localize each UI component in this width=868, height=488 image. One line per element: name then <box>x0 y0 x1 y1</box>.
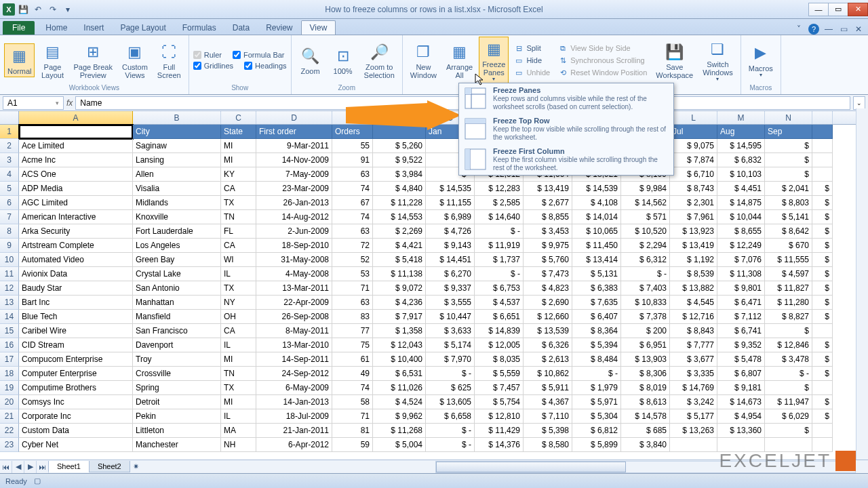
data-cell[interactable]: $ 13,903 <box>621 352 670 367</box>
hide-button[interactable]: ▭Hide <box>514 54 550 66</box>
data-cell[interactable]: $ - <box>475 224 524 239</box>
data-cell[interactable]: $ - <box>426 438 475 452</box>
col-header-E[interactable]: E <box>332 111 373 124</box>
data-cell[interactable]: 72 <box>332 239 373 253</box>
data-cell[interactable]: $ 11,155 <box>426 196 475 210</box>
row-header[interactable]: 21 <box>0 409 19 424</box>
header-cell[interactable]: Name <box>19 125 133 139</box>
data-cell[interactable]: $ 10,103 <box>717 167 765 182</box>
data-cell[interactable]: $ 6,658 <box>426 409 475 424</box>
data-cell[interactable]: 14-Sep-2011 <box>256 352 332 367</box>
data-cell[interactable]: $ 14,535 <box>426 182 475 196</box>
col-header-L[interactable]: L <box>670 111 717 124</box>
data-cell[interactable]: $ 4,597 <box>765 267 812 281</box>
data-cell[interactable]: $ 14,562 <box>621 196 670 210</box>
data-cell[interactable]: $ 5,177 <box>670 409 717 424</box>
formula-expand-icon[interactable]: ⌄ <box>853 96 865 110</box>
data-cell[interactable]: $ 12,005 <box>475 338 524 352</box>
data-cell[interactable]: $ 14,640 <box>475 210 524 224</box>
data-cell[interactable]: $ 9,143 <box>426 239 475 253</box>
data-cell[interactable]: 55 <box>332 139 373 153</box>
data-cell[interactable]: $ 13,882 <box>670 281 717 296</box>
data-cell[interactable]: KY <box>221 167 256 182</box>
data-cell[interactable]: $ 8,843 <box>670 324 717 338</box>
data-cell[interactable] <box>812 381 833 395</box>
header-cell[interactable] <box>373 125 426 139</box>
data-cell[interactable]: $ 3,677 <box>670 352 717 367</box>
data-cell[interactable]: $ 3,984 <box>373 167 426 182</box>
data-cell[interactable]: $ <box>812 210 833 224</box>
data-cell[interactable]: $ 11,450 <box>572 239 621 253</box>
save-icon[interactable]: 💾 <box>16 3 30 16</box>
data-cell[interactable] <box>812 167 833 182</box>
data-cell[interactable]: $ 3,633 <box>426 324 475 338</box>
data-cell[interactable]: Blue Tech <box>19 310 133 324</box>
data-cell[interactable]: $ 3,478 <box>765 352 812 367</box>
save-workspace-button[interactable]: 💾Save Workspace <box>652 39 696 81</box>
data-cell[interactable]: $ 2,677 <box>524 196 572 210</box>
data-cell[interactable]: Los Angeles <box>133 239 221 253</box>
row-header[interactable]: 14 <box>0 310 19 324</box>
data-cell[interactable]: IL <box>221 409 256 424</box>
tab-view[interactable]: View <box>301 20 336 35</box>
header-cell[interactable]: First order <box>256 125 332 139</box>
tab-formulas[interactable]: Formulas <box>174 21 224 35</box>
row-header[interactable]: 15 <box>0 324 19 338</box>
minimize-ribbon-icon[interactable]: ˅ <box>793 24 804 35</box>
close-button[interactable]: ✕ <box>848 3 868 16</box>
row-header[interactable]: 11 <box>0 267 19 281</box>
data-cell[interactable]: $ 10,065 <box>572 224 621 239</box>
new-sheet-button[interactable]: ✷ <box>130 461 142 473</box>
data-cell[interactable]: $ 14,673 <box>717 395 765 409</box>
data-cell[interactable]: $ <box>812 224 833 239</box>
row-header[interactable]: 5 <box>0 182 19 196</box>
row-header[interactable]: 10 <box>0 253 19 267</box>
data-cell[interactable]: MI <box>221 153 256 167</box>
data-cell[interactable]: $ 8,580 <box>524 438 572 452</box>
data-cell[interactable]: $ 10,044 <box>717 210 765 224</box>
data-cell[interactable]: $ 6,312 <box>621 253 670 267</box>
data-cell[interactable] <box>812 139 833 153</box>
workbook-minimize-icon[interactable]: — <box>823 24 834 35</box>
freeze-panes-button[interactable]: ▦Freeze Panes▾ <box>479 37 509 85</box>
data-cell[interactable]: $ 3,335 <box>670 367 717 381</box>
data-cell[interactable]: $ 5,141 <box>765 210 812 224</box>
data-cell[interactable]: $ 6,832 <box>717 153 765 167</box>
data-cell[interactable]: American Interactive <box>19 210 133 224</box>
data-cell[interactable]: $ 1,979 <box>572 381 621 395</box>
data-cell[interactable]: Visalia <box>133 182 221 196</box>
data-cell[interactable]: $ <box>765 167 812 182</box>
data-cell[interactable]: $ <box>812 310 833 324</box>
data-cell[interactable]: 21-Jan-2011 <box>256 424 332 438</box>
data-cell[interactable]: Littleton <box>133 424 221 438</box>
data-cell[interactable]: $ 14,595 <box>717 139 765 153</box>
headings-checkbox[interactable]: Headings <box>244 60 286 71</box>
data-cell[interactable]: $ 5,899 <box>572 438 621 452</box>
data-cell[interactable]: Compucom Enterprise <box>19 352 133 367</box>
data-cell[interactable]: $ <box>812 182 833 196</box>
data-cell[interactable]: $ 4,421 <box>373 239 426 253</box>
data-cell[interactable]: $ 8,743 <box>670 182 717 196</box>
data-cell[interactable]: $ 12,846 <box>765 338 812 352</box>
data-cell[interactable]: $ 625 <box>426 381 475 395</box>
data-cell[interactable]: $ 14,553 <box>373 210 426 224</box>
data-cell[interactable]: Caribel Wire <box>19 324 133 338</box>
data-cell[interactable]: $ 2,301 <box>670 196 717 210</box>
data-cell[interactable]: $ 8,803 <box>765 196 812 210</box>
header-cell[interactable] <box>812 125 833 139</box>
data-cell[interactable]: ACS One <box>19 167 133 182</box>
data-cell[interactable]: $ 12,810 <box>475 409 524 424</box>
data-cell[interactable]: $ 6,741 <box>717 324 765 338</box>
data-cell[interactable]: $ 3,555 <box>426 296 475 310</box>
data-cell[interactable]: $ 8,613 <box>621 395 670 409</box>
data-cell[interactable]: 74 <box>332 381 373 395</box>
data-cell[interactable]: $ 8,855 <box>524 210 572 224</box>
ruler-checkbox[interactable]: Ruler <box>193 49 222 60</box>
data-cell[interactable]: $ 200 <box>621 324 670 338</box>
data-cell[interactable]: 8-May-2011 <box>256 324 332 338</box>
data-cell[interactable]: 52 <box>332 253 373 267</box>
data-cell[interactable]: 6-May-2009 <box>256 381 332 395</box>
header-cell[interactable]: Aug <box>717 125 765 139</box>
full-screen-button[interactable]: ⛶Full Screen <box>154 39 184 81</box>
header-cell[interactable]: Jul <box>670 125 717 139</box>
